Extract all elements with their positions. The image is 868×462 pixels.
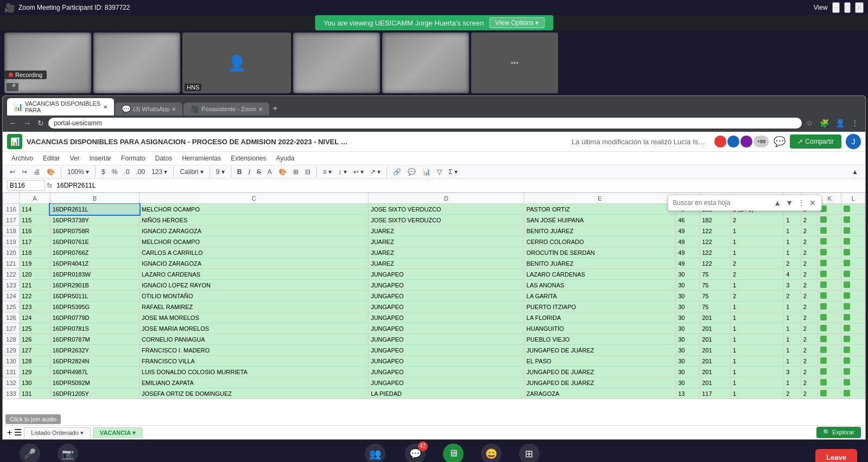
- search-prev-button[interactable]: ▲: [772, 197, 782, 208]
- cell-d[interactable]: JUNGAPEO: [369, 334, 524, 345]
- filter-button[interactable]: ▽: [434, 166, 445, 177]
- cell-i[interactable]: 1: [784, 301, 801, 312]
- menu-button[interactable]: ⋮: [849, 118, 861, 129]
- cell-i[interactable]: 2: [784, 388, 801, 399]
- cell-l[interactable]: [841, 280, 865, 291]
- chat-button[interactable]: 💬 47 Chat: [396, 444, 434, 463]
- cell-num[interactable]: 118: [20, 247, 50, 258]
- bookmark-button[interactable]: ☆: [804, 118, 815, 129]
- cell-d[interactable]: JUNGAPEO: [369, 367, 524, 377]
- cell-f[interactable]: 13: [676, 388, 700, 399]
- cell-d[interactable]: JUNGAPEO: [369, 377, 524, 388]
- cell-b[interactable]: 16DPR0758R: [50, 226, 139, 236]
- font-select[interactable]: Calibri ▾: [177, 166, 206, 177]
- cell-num[interactable]: 119: [20, 258, 50, 269]
- cell-h[interactable]: 1: [730, 236, 783, 247]
- cell-c[interactable]: IGNACIO ZARAGOZA: [140, 226, 369, 236]
- cell-b[interactable]: 16DPR5395G: [50, 301, 139, 312]
- align-button[interactable]: ≡ ▾: [320, 166, 334, 177]
- cell-l[interactable]: [841, 258, 865, 269]
- user-avatar[interactable]: J: [846, 134, 861, 149]
- zoom-select[interactable]: 100% ▾: [65, 166, 92, 177]
- wrap-button[interactable]: ↩ ▾: [351, 166, 366, 177]
- cell-c[interactable]: MELCHOR OCAMPO: [140, 204, 369, 215]
- cell-j[interactable]: 2: [801, 280, 818, 291]
- cell-l[interactable]: [841, 247, 865, 258]
- join-audio-button[interactable]: 🎤 Join Audio: [11, 444, 49, 463]
- cell-c[interactable]: MELCHOR OCAMPO: [140, 236, 369, 247]
- cell-j[interactable]: 2: [801, 269, 818, 280]
- cell-j[interactable]: 2: [801, 215, 818, 226]
- cell-k[interactable]: [818, 367, 841, 377]
- cell-c[interactable]: JOSE MA MORELOS: [140, 312, 369, 323]
- cell-i[interactable]: 1: [784, 323, 801, 334]
- apps-button[interactable]: ⊞ Apps: [510, 444, 548, 463]
- cell-j[interactable]: 2: [801, 345, 818, 356]
- cell-c[interactable]: NIÑOS HEROES: [140, 215, 369, 226]
- cell-num[interactable]: 127: [20, 345, 50, 356]
- cell-g[interactable]: 75: [700, 301, 731, 312]
- cell-e[interactable]: LA GARITA: [524, 291, 675, 301]
- cell-j[interactable]: 2: [801, 334, 818, 345]
- cell-h[interactable]: 1: [730, 377, 783, 388]
- leave-button[interactable]: Leave: [815, 449, 857, 462]
- cell-num[interactable]: 128: [20, 356, 50, 367]
- cell-l[interactable]: [841, 204, 865, 215]
- cell-h[interactable]: 1: [730, 280, 783, 291]
- cell-i[interactable]: 3: [784, 367, 801, 377]
- cell-e[interactable]: JUNGAPEO DE JUÁREZ: [524, 377, 675, 388]
- cell-l[interactable]: [841, 345, 865, 356]
- cell-g[interactable]: 201: [700, 323, 731, 334]
- search-next-button[interactable]: ▼: [784, 197, 794, 208]
- cell-f[interactable]: 49: [676, 247, 700, 258]
- cell-d[interactable]: JUNGAPEO: [369, 280, 524, 291]
- cell-h[interactable]: 2: [730, 258, 783, 269]
- cell-b[interactable]: 16DPR2824N: [50, 356, 139, 367]
- cell-j[interactable]: 2: [801, 356, 818, 367]
- cell-e[interactable]: PASTOR ORTIZ: [524, 204, 675, 215]
- cell-k[interactable]: [818, 291, 841, 301]
- cell-h[interactable]: 1: [730, 334, 783, 345]
- cell-num[interactable]: 131: [20, 388, 50, 399]
- cell-l[interactable]: [841, 388, 865, 399]
- cell-f[interactable]: 30: [676, 323, 700, 334]
- undo-button[interactable]: ↩: [7, 166, 18, 177]
- cell-b[interactable]: 16DPR3738Y: [50, 215, 139, 226]
- reactions-button[interactable]: 😀 Reactions: [472, 444, 510, 463]
- cell-k[interactable]: [818, 269, 841, 280]
- share-button[interactable]: ↗ Compartir: [790, 134, 841, 149]
- cell-g[interactable]: 75: [700, 291, 731, 301]
- cell-b[interactable]: 16DPR0781S: [50, 323, 139, 334]
- cell-g[interactable]: 122: [700, 226, 731, 236]
- cell-c[interactable]: CARLOS A CARRILLO: [140, 247, 369, 258]
- cell-g[interactable]: 75: [700, 269, 731, 280]
- cell-d[interactable]: JUAREZ: [369, 226, 524, 236]
- cell-j[interactable]: 2: [801, 291, 818, 301]
- cell-d[interactable]: JOSE SIXTO VERDUZCO: [369, 215, 524, 226]
- cell-c[interactable]: IGNACIO ZARAGOZA: [140, 258, 369, 269]
- cell-l[interactable]: [841, 291, 865, 301]
- cell-k[interactable]: [818, 388, 841, 399]
- redo-button[interactable]: ↪: [19, 166, 30, 177]
- menu-ayuda[interactable]: Ayuda: [272, 153, 299, 164]
- cell-k[interactable]: [818, 226, 841, 236]
- cell-k[interactable]: [818, 377, 841, 388]
- menu-editar[interactable]: Editar: [39, 153, 64, 164]
- sheet-tab-vacancia[interactable]: VACANCIA ▾: [93, 427, 143, 438]
- cell-b[interactable]: 16DPR4041Z: [50, 258, 139, 269]
- col-header-d[interactable]: D: [369, 193, 524, 204]
- cell-i[interactable]: 2: [784, 291, 801, 301]
- cell-j[interactable]: 2: [801, 323, 818, 334]
- cell-i[interactable]: 1: [784, 247, 801, 258]
- cell-f[interactable]: 49: [676, 226, 700, 236]
- cell-j[interactable]: 2: [801, 377, 818, 388]
- cell-f[interactable]: 49: [676, 258, 700, 269]
- cell-d[interactable]: JUAREZ: [369, 247, 524, 258]
- cell-e[interactable]: PUEBLO VIEJO: [524, 334, 675, 345]
- cell-l[interactable]: [841, 312, 865, 323]
- decimal-increase[interactable]: .00: [133, 166, 148, 177]
- cell-num[interactable]: 114: [20, 204, 50, 215]
- cell-b[interactable]: 16DPR0787M: [50, 334, 139, 345]
- cell-num[interactable]: 122: [20, 291, 50, 301]
- cell-l[interactable]: [841, 356, 865, 367]
